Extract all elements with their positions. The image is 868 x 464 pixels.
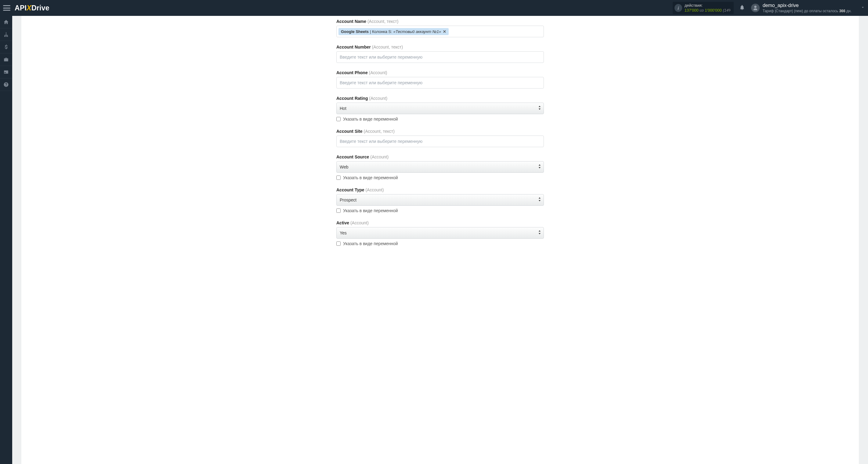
briefcase-icon bbox=[3, 57, 9, 62]
avatar bbox=[751, 4, 760, 12]
logo[interactable]: APIXDrive bbox=[14, 4, 50, 12]
field-active: Active (Account) Yes Указать в виде пере… bbox=[336, 220, 544, 246]
dollar-icon bbox=[3, 44, 9, 50]
form-card: Account Name (Account, текст) Google She… bbox=[21, 16, 859, 464]
active-select[interactable]: Yes bbox=[336, 227, 544, 239]
sitemap-icon bbox=[3, 32, 9, 37]
field-account-type: Account Type (Account) Prospect Указать … bbox=[336, 187, 544, 213]
topbar: APIXDrive i действия: 137'000 из 1'000'0… bbox=[0, 0, 868, 16]
home-icon bbox=[3, 19, 9, 25]
actions-counter[interactable]: i действия: 137'000 из 1'000'000 (14% bbox=[673, 2, 734, 14]
logo-x: X bbox=[27, 4, 31, 12]
help-icon bbox=[3, 82, 9, 87]
main-area: Account Name (Account, текст) Google She… bbox=[12, 16, 868, 464]
logo-api: API bbox=[14, 4, 27, 12]
sidebar-item-billing[interactable] bbox=[0, 41, 12, 54]
account-site-input[interactable] bbox=[336, 135, 544, 147]
account-type-var-checkbox[interactable] bbox=[336, 209, 341, 213]
chevron-down-icon bbox=[861, 5, 865, 9]
active-var-checkbox[interactable] bbox=[336, 242, 341, 246]
field-account-phone: Account Phone (Account) bbox=[336, 70, 544, 89]
actions-label: действия: bbox=[685, 3, 731, 8]
sidebar-item-home[interactable] bbox=[0, 16, 12, 28]
info-icon: i bbox=[675, 4, 682, 12]
account-source-select[interactable]: Web bbox=[336, 161, 544, 173]
logo-drive: Drive bbox=[31, 4, 50, 12]
id-card-icon bbox=[3, 69, 9, 75]
sidebar-item-connections[interactable] bbox=[0, 28, 12, 41]
field-account-site: Account Site (Account, текст) bbox=[336, 129, 544, 147]
account-rating-var-checkbox[interactable] bbox=[336, 117, 341, 121]
account-phone-input[interactable] bbox=[336, 77, 544, 89]
field-account-number: Account Number (Account, текст) bbox=[336, 44, 544, 63]
user-icon bbox=[753, 5, 758, 11]
sidebar-item-contacts[interactable] bbox=[0, 66, 12, 79]
user-tariff: Тариф |Стандарт| (new) до оплаты осталос… bbox=[763, 9, 851, 14]
account-name-input[interactable]: Google Sheets | Колонка S: «Тестовый акк… bbox=[336, 26, 544, 37]
user-name: demo_apix-drive bbox=[763, 2, 851, 9]
menu-toggle[interactable] bbox=[3, 5, 10, 11]
account-source-var-checkbox[interactable] bbox=[336, 176, 341, 180]
account-number-input[interactable] bbox=[336, 51, 544, 63]
notifications-button[interactable] bbox=[739, 5, 745, 11]
field-account-source: Account Source (Account) Web Указать в в… bbox=[336, 154, 544, 180]
field-account-name: Account Name (Account, текст) Google She… bbox=[336, 19, 544, 37]
sidebar-item-help[interactable] bbox=[0, 79, 12, 91]
sidebar-item-business[interactable] bbox=[0, 54, 12, 66]
user-menu[interactable]: demo_apix-drive Тариф |Стандарт| (new) д… bbox=[751, 2, 865, 13]
account-rating-select[interactable]: Hot bbox=[336, 102, 544, 114]
tag-remove-icon[interactable]: ✕ bbox=[443, 29, 446, 34]
sidebar bbox=[0, 16, 12, 464]
bell-icon bbox=[739, 5, 745, 10]
actions-values: 137'000 из 1'000'000 (14% bbox=[685, 8, 731, 13]
account-type-select[interactable]: Prospect bbox=[336, 194, 544, 206]
field-account-rating: Account Rating (Account) Hot Указать в в… bbox=[336, 96, 544, 122]
user-menu-caret bbox=[861, 5, 865, 11]
variable-tag[interactable]: Google Sheets | Колонка S: «Тестовый акк… bbox=[338, 28, 448, 35]
